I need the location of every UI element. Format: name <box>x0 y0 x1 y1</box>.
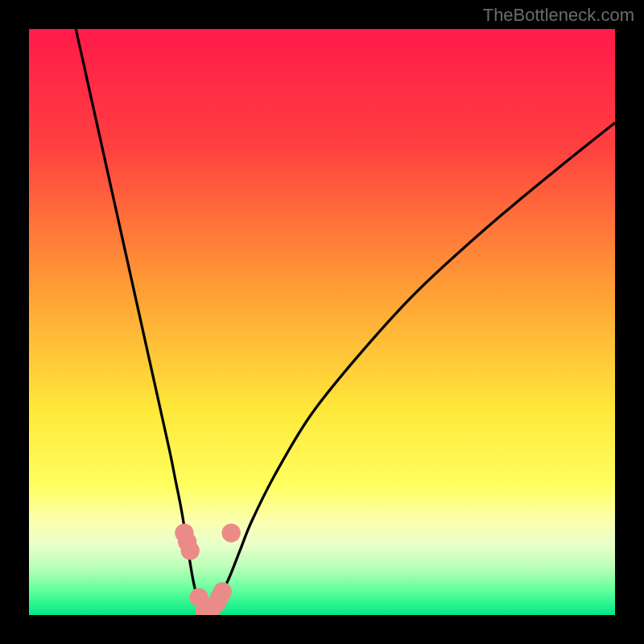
marker-dot <box>213 582 232 601</box>
highlight-markers <box>175 523 241 615</box>
marker-dot <box>222 523 241 542</box>
marker-dot <box>181 541 200 559</box>
watermark-text: TheBottleneck.com <box>483 5 634 26</box>
bottleneck-curve <box>76 29 615 615</box>
chart-svg <box>29 29 615 615</box>
plot-area <box>29 29 615 615</box>
